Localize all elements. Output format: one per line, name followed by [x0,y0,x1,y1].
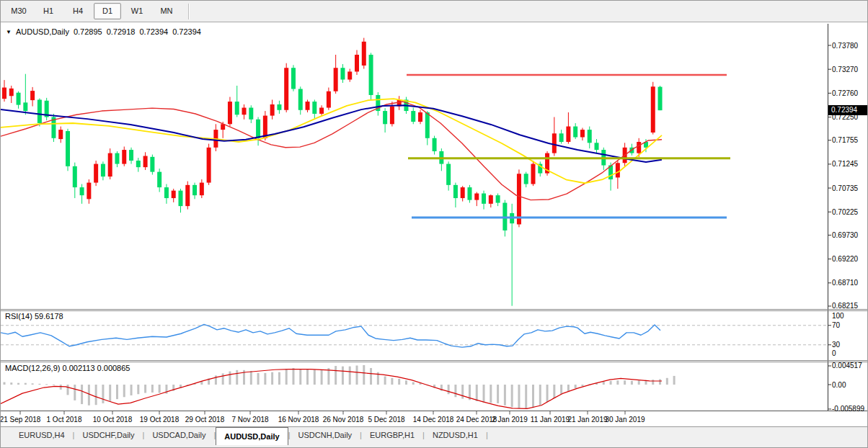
svg-text:14 Dec 2018: 14 Dec 2018 [413,416,454,424]
svg-text:26 Nov 2018: 26 Nov 2018 [323,416,364,424]
symbol-header: ▼ AUDUSD,Daily 0.72895 0.72918 0.72394 0… [6,27,201,36]
svg-text:0.73270: 0.73270 [832,66,859,73]
svg-text:29 Oct 2018: 29 Oct 2018 [185,416,225,424]
tab-usdcnh[interactable]: USDCNH,Daily [291,427,360,444]
svg-text:0.72760: 0.72760 [832,89,859,97]
timeframe-button-d1[interactable]: D1 [94,3,121,19]
ohlc-high: 0.72918 [107,27,136,36]
svg-text:30 Jan 2019: 30 Jan 2019 [605,416,645,424]
svg-text:0.68215: 0.68215 [832,302,859,310]
tab-usdcad[interactable]: USDCAD,Daily [144,427,213,444]
symbol-tab-bar: EURUSD,H4|USDCHF,Daily|USDCAD,Daily|AUDU… [1,426,867,447]
timeframe-toolbar: M30H1H4D1W1MN [1,1,867,22]
svg-text:19 Oct 2018: 19 Oct 2018 [140,416,180,424]
tab-audusd[interactable]: AUDUSD,Daily [216,427,288,445]
candles [2,38,663,306]
toolbar-separator [188,4,190,19]
macd-panel: 0.0045170.00-0.005899 [1,362,864,413]
rsi-panel: 10070300 [1,312,844,357]
panel-separators [1,310,868,411]
chart-canvas[interactable]: 0.737800.732700.727600.722500.717550.712… [1,1,868,448]
rsi-indicator-label: RSI(14) 59.6178 [5,312,63,321]
ma-red-line [1,102,662,200]
symbol-name: AUDUSD,Daily [16,27,69,36]
timeframe-button-h4[interactable]: H4 [64,3,92,19]
svg-text:0.00: 0.00 [832,381,846,389]
timeframe-button-h1[interactable]: H1 [35,3,62,19]
svg-text:0.71245: 0.71245 [832,160,859,168]
svg-text:0.71755: 0.71755 [832,136,859,144]
svg-text:0.70225: 0.70225 [832,208,859,216]
svg-text:-0.005899: -0.005899 [832,405,864,413]
svg-text:21 Sep 2018: 21 Sep 2018 [1,416,41,424]
symbol-dropdown-icon[interactable]: ▼ [6,29,12,35]
current-price-badge: 0.72394 [828,105,868,115]
svg-text:5 Dec 2018: 5 Dec 2018 [368,416,405,424]
tab-usdchf[interactable]: USDCHF,Daily [74,427,142,444]
svg-text:1 Oct 2018: 1 Oct 2018 [47,416,82,424]
timeframe-button-mn[interactable]: MN [153,3,180,19]
date-axis: 21 Sep 20181 Oct 201810 Oct 201819 Oct 2… [1,411,645,424]
svg-text:0.68710: 0.68710 [832,279,859,287]
svg-text:0.004517: 0.004517 [832,362,862,369]
svg-text:30: 30 [832,341,841,349]
svg-text:0.69220: 0.69220 [832,255,859,263]
svg-text:24 Dec 2018: 24 Dec 2018 [456,416,497,424]
svg-text:100: 100 [832,312,844,320]
tab-nzdusd[interactable]: NZDUSD,H1 [425,427,486,444]
macd-indicator-label: MACD(12,26,9) 0.002113 0.000865 [5,364,130,372]
svg-text:2 Jan 2019: 2 Jan 2019 [492,416,528,424]
timeframe-button-m30[interactable]: M30 [5,3,32,19]
svg-text:10 Oct 2018: 10 Oct 2018 [93,416,133,424]
svg-text:21 Jan 2019: 21 Jan 2019 [567,416,607,424]
macd-signal-line [1,369,662,409]
trading-app-window: { "toolbar": { "timeframes": [ {"label":… [0,0,868,448]
svg-text:70: 70 [832,321,841,329]
ohlc-close: 0.72394 [172,27,201,36]
svg-text:11 Jan 2019: 11 Jan 2019 [531,416,570,424]
ohlc-open: 0.72895 [74,27,102,36]
timeframe-button-w1[interactable]: W1 [123,3,151,19]
rsi-line [1,324,660,347]
svg-text:0.69730: 0.69730 [832,231,859,239]
tab-eurusd[interactable]: EURUSD,H4 [11,427,73,444]
ohlc-low: 0.72394 [139,27,168,36]
tab-separator: | [486,427,488,444]
svg-text:0: 0 [832,349,836,357]
svg-text:16 Nov 2018: 16 Nov 2018 [278,416,319,424]
tab-eurgbp[interactable]: EURGBP,H1 [362,427,422,444]
svg-text:7 Nov 2018: 7 Nov 2018 [231,416,269,424]
svg-text:0.73780: 0.73780 [832,42,859,50]
svg-text:0.70735: 0.70735 [832,184,859,192]
